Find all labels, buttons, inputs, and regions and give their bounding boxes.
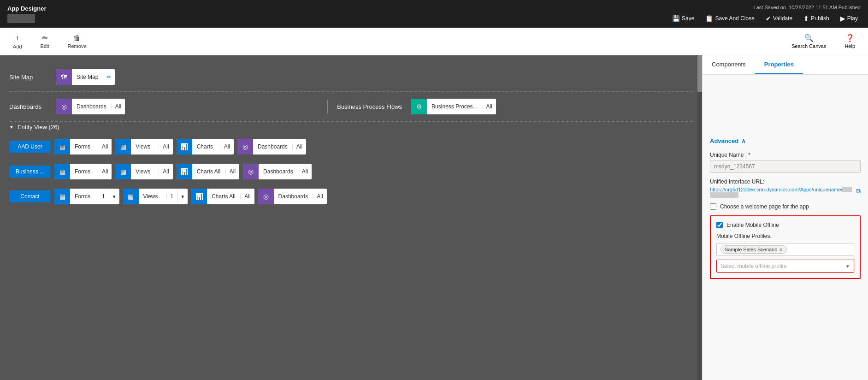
bp-chip-badge: All [482,103,496,110]
remove-button[interactable]: 🗑 Remove [64,32,90,51]
tab-components[interactable]: Components [703,55,755,74]
contact-views-icon: ▦ [123,189,139,204]
sitemap-chip[interactable]: 🗺 Site Map ✏ [56,69,115,85]
edit-button[interactable]: ✏ Edit [37,32,53,51]
mobile-profiles-label: Mobile Offline Profiles: [716,233,854,239]
biz-forms-icon: ▦ [54,164,70,179]
panel-spacer [710,82,861,137]
edit-icon: ✏ [42,34,48,42]
biz-views-badge: All [159,168,172,175]
contact-views-chip[interactable]: ▦ Views 1 ▼ [123,189,188,204]
select-profile-chevron-icon: ▼ [845,264,850,269]
unique-name-input[interactable] [710,160,861,173]
canvas-area: Site Map 🗺 Site Map ✏ Dashboards ◎ Dashb… [0,55,702,380]
contact-charts-chip[interactable]: 📊 Charts AlI All [191,189,254,204]
scroll-thumb[interactable] [697,55,702,92]
bp-row-label: Business Process Flows [328,103,411,110]
aad-forms-chip[interactable]: ▦ Forms All [54,139,112,154]
select-mobile-profile-dropdown[interactable]: Select mobile offline profile ▼ [716,260,854,273]
contact-dashboards-chip[interactable]: ◎ Dashboards All [258,189,327,204]
dashboards-chip-label: Dashboards [72,103,111,110]
contact-charts-label: Charts AlI [207,193,240,200]
contact-forms-dropdown[interactable]: ▼ [109,189,119,204]
app-title: App Designer [7,5,47,12]
profile-tag-container: Sample Sales Scenario ✕ [716,243,854,256]
entity-business-label: Business ... [9,166,51,178]
select-profile-placeholder: Select mobile offline profile [720,263,786,269]
play-button[interactable]: ▶ Play [838,13,861,24]
contact-dashboards-label: Dashboards [274,193,313,200]
biz-charts-icon: 📊 [177,164,192,179]
panel-content: Advanced ∧ Unique Name : * Unified Inter… [703,75,868,380]
aad-dashboards-chip[interactable]: ◎ Dashboards All [237,139,306,154]
validate-icon: ✔ [766,15,771,22]
search-canvas-button[interactable]: 🔍 Search Canvas [788,32,830,51]
biz-forms-label: Forms [70,168,98,175]
biz-charts-chip[interactable]: 📊 Charts AlI All [177,164,239,179]
main-layout: Site Map 🗺 Site Map ✏ Dashboards ◎ Dashb… [0,55,868,380]
canvas-scrollbar[interactable] [697,55,702,380]
welcome-page-checkbox[interactable] [710,203,716,210]
save-button[interactable]: 💾 Save [669,13,697,24]
add-button[interactable]: ＋ Add [9,31,26,51]
welcome-page-row: Choose a welcome page for the app [710,203,861,210]
biz-charts-badge: All [225,168,239,175]
aad-forms-label: Forms [70,143,98,150]
biz-db-icon: ◎ [243,164,259,179]
sitemap-edit-icon[interactable]: ✏ [103,74,115,80]
panel-tabs: Components Properties [703,55,868,75]
advanced-section-toggle[interactable]: Advanced ∧ [710,137,861,144]
dashboards-chip[interactable]: ◎ Dashboards All [56,99,125,114]
top-bar: App Designer Last Saved on :10/28/2022 1… [0,0,868,28]
sitemap-row: Site Map 🗺 Site Map ✏ [9,65,693,89]
publish-button[interactable]: ⬆ Publish [801,13,832,24]
tab-properties[interactable]: Properties [755,55,803,74]
aad-views-badge: All [159,143,172,150]
contact-views-label: Views [139,193,166,200]
entity-row-business: Business ... ▦ Forms All ▦ Views All 📊 C… [9,159,693,184]
aad-views-label: Views [131,143,159,150]
bp-chip[interactable]: ⚙ Business Proces... All [411,99,496,114]
url-text: https://org5d1230ee.crm.dynamics.com/App… [710,187,854,198]
profile-tag-remove-icon[interactable]: ✕ [779,247,783,252]
dashboards-row: Dashboards ◎ Dashboards All Business Pro… [9,94,693,119]
contact-views-badge: 1 [166,193,177,200]
save-and-close-button[interactable]: 📋 Save And Close [703,13,757,24]
copy-url-icon[interactable]: ⧉ [856,187,861,195]
help-icon: ❓ [845,34,855,42]
contact-charts-icon: 📊 [191,189,207,204]
entity-aad-label: AAD User [9,141,51,153]
dashboards-chip-icon: ◎ [56,99,72,114]
biz-views-chip[interactable]: ▦ Views All [115,164,172,179]
validate-button[interactable]: ✔ Validate [763,13,795,24]
help-button[interactable]: ❓ Help [841,32,859,51]
biz-views-label: Views [131,168,159,175]
contact-forms-badge: 1 [98,193,109,200]
mobile-offline-header: Enable Mobile Offline [716,222,854,228]
contact-db-icon: ◎ [258,189,274,204]
search-icon: 🔍 [804,34,814,42]
biz-dashboards-chip[interactable]: ◎ Dashboards All [243,164,312,179]
contact-forms-chip[interactable]: ▦ Forms 1 ▼ [54,189,119,204]
aad-forms-badge: All [98,143,112,150]
contact-views-dropdown[interactable]: ▼ [177,189,188,204]
biz-forms-chip[interactable]: ▦ Forms All [54,164,112,179]
entity-view-chevron[interactable]: ▼ [9,125,14,130]
mobile-offline-section: Enable Mobile Offline Mobile Offline Pro… [710,215,861,279]
aad-dashboards-label: Dashboards [253,143,292,150]
entity-row-contact: Contact ▦ Forms 1 ▼ ▦ Views 1 ▼ 📊 Charts… [9,184,693,209]
entity-contact-label: Contact [9,190,51,202]
top-bar-actions: 💾 Save 📋 Save And Close ✔ Validate ⬆ Pub… [669,13,861,24]
bp-chip-icon: ⚙ [411,99,427,114]
bp-chip-label: Business Proces... [427,103,482,110]
aad-charts-label: Charts [192,143,220,150]
sitemap-row-label: Site Map [9,74,51,81]
aad-db-icon: ◎ [237,139,253,154]
advanced-label: Advanced [710,137,738,144]
aad-views-chip[interactable]: ▦ Views All [115,139,172,154]
enable-mobile-offline-label: Enable Mobile Offline [726,222,779,228]
contact-forms-icon: ▦ [54,189,70,204]
url-value: https://org5d1230ee.crm.dynamics.com/App… [710,187,861,198]
mobile-offline-checkbox[interactable] [716,222,723,228]
aad-charts-chip[interactable]: 📊 Charts All [177,139,234,154]
